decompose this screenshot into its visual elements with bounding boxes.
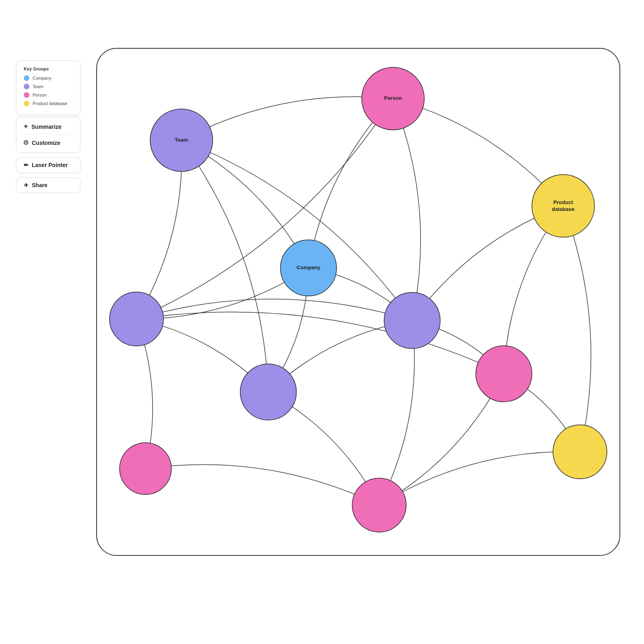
node-circle-team4 (384, 293, 440, 349)
node-circle-team3 (240, 364, 296, 420)
node-circle-person2 (120, 443, 171, 495)
summarize-icon: ✦ (23, 123, 28, 130)
node-circle-product2 (553, 425, 607, 479)
network-graph: TeamCompanyPersonProductdatabase (89, 40, 628, 564)
legend-item-team: Team (24, 84, 73, 89)
legend-item-product-database: Product database (24, 101, 73, 106)
legend-item-person: Person (24, 92, 73, 98)
node-circle-company1 (281, 240, 336, 296)
node-circle-product1 (532, 175, 594, 237)
node-circle-team1 (150, 109, 213, 171)
edge-team1-team3 (182, 140, 268, 392)
edge-product1-product2 (563, 206, 591, 452)
node-product1[interactable]: Productdatabase (532, 175, 594, 237)
node-team1[interactable]: Team (150, 109, 213, 171)
node-person2[interactable] (120, 443, 171, 495)
edge-team2-person3 (136, 312, 504, 374)
node-circle-team2 (109, 292, 163, 346)
laser-pointer-icon: ✏ (24, 162, 29, 168)
node-team3[interactable] (240, 364, 296, 420)
legend-label-team: Team (33, 84, 43, 89)
legend-title: Key Groups (24, 66, 73, 71)
edge-team1-person1 (182, 97, 393, 140)
edge-person1-team4 (393, 99, 421, 320)
legend-label-person: Person (33, 93, 47, 97)
share-button[interactable]: ✈ Share (16, 178, 80, 193)
summarize-button[interactable]: ✦ Summarize (22, 121, 74, 132)
legend-dot-company (24, 75, 29, 81)
laser-pointer-button[interactable]: ✏ Laser Pointer (16, 157, 80, 173)
node-person3[interactable] (476, 346, 532, 402)
graph-container[interactable]: TeamCompanyPersonProductdatabase (89, 40, 628, 564)
node-product2[interactable] (553, 425, 607, 479)
share-icon: ✈ (24, 182, 29, 188)
node-circle-person1 (362, 67, 424, 130)
edge-person2-person4 (145, 464, 379, 505)
legend-panel: Key Groups Company Team Person Product d… (16, 60, 80, 115)
legend-dot-team (24, 84, 29, 89)
edge-person4-product2 (379, 452, 580, 505)
node-circle-person4 (352, 478, 406, 532)
node-person4[interactable] (352, 478, 406, 532)
toolbar-top-section: ✦ Summarize ⚙ Customize (16, 117, 80, 153)
node-team4[interactable] (384, 293, 440, 349)
node-company1[interactable]: Company (281, 240, 336, 296)
legend-dot-product-database (24, 101, 29, 106)
node-circle-person3 (476, 346, 532, 402)
toolbar: ✦ Summarize ⚙ Customize ✏ Laser Pointer … (16, 117, 80, 193)
node-team2[interactable] (109, 292, 163, 346)
legend-label-product-database: Product database (33, 101, 67, 106)
customize-button[interactable]: ⚙ Customize (22, 137, 74, 148)
node-person1[interactable]: Person (362, 67, 424, 130)
customize-icon: ⚙ (23, 139, 29, 147)
legend-item-company: Company (24, 75, 73, 81)
legend-label-company: Company (33, 76, 52, 80)
legend-dot-person (24, 92, 29, 98)
edge-team2-team4 (136, 299, 412, 320)
